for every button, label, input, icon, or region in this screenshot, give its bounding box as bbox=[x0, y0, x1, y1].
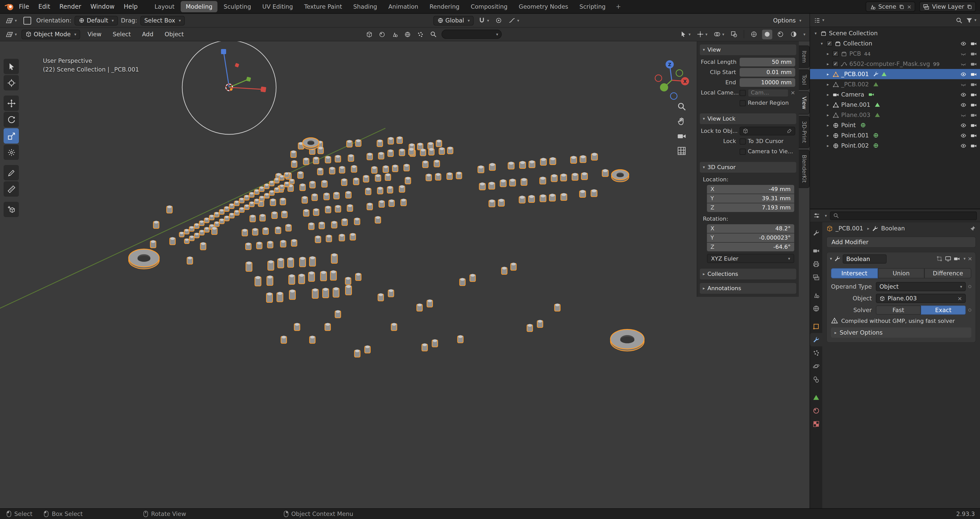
menu-render[interactable]: Render bbox=[55, 1, 86, 12]
render-visibility-icon[interactable] bbox=[970, 132, 977, 139]
lock-to-object-field[interactable] bbox=[740, 127, 795, 136]
render-visibility-icon[interactable] bbox=[970, 61, 977, 67]
outliner-row-point-001[interactable]: ▸ Point.001 bbox=[810, 130, 980, 141]
eye-closed-icon[interactable] bbox=[960, 81, 967, 88]
decorator-dot[interactable] bbox=[968, 285, 971, 288]
viewport-menu-add[interactable]: Add bbox=[138, 29, 158, 40]
clear-local-camera-icon[interactable]: × bbox=[791, 89, 795, 96]
tab-material[interactable] bbox=[810, 404, 822, 417]
filter-icon[interactable] bbox=[966, 17, 973, 24]
outliner-row-pcb-002[interactable]: ▸ _PCB.002 bbox=[810, 79, 980, 89]
rotation-mode-dropdown[interactable]: XYZ Euler▾ bbox=[707, 254, 794, 263]
editor-properties-icon[interactable] bbox=[813, 212, 820, 219]
sidebar-tab-3d-print[interactable]: 3D-Print bbox=[799, 116, 810, 148]
pan-hand-icon[interactable] bbox=[677, 117, 687, 126]
blenderkit-material-icon[interactable] bbox=[377, 29, 387, 39]
sidebar-tab-item[interactable]: Item bbox=[799, 45, 810, 68]
render-visibility-icon[interactable] bbox=[970, 91, 977, 98]
render-visibility-icon[interactable] bbox=[970, 122, 977, 128]
render-visibility-icon[interactable] bbox=[970, 40, 977, 47]
shading-material-button[interactable] bbox=[775, 29, 786, 39]
scale-tool[interactable] bbox=[3, 128, 19, 144]
clip-end-field[interactable]: 10000 mm bbox=[740, 78, 795, 87]
tab-physics[interactable] bbox=[810, 359, 822, 373]
delete-modifier-icon[interactable]: × bbox=[968, 256, 972, 262]
operand-object-field[interactable]: Plane.003× bbox=[876, 294, 966, 303]
outliner-row-plane-001[interactable]: ▸ Plane.001 bbox=[810, 100, 980, 110]
operation-intersect-button[interactable]: Intersect bbox=[831, 268, 878, 278]
expand-icon[interactable]: ▸ bbox=[825, 72, 830, 77]
outliner-row-plane-003[interactable]: ▸ Plane.003 bbox=[810, 110, 980, 120]
expand-icon[interactable]: ▸ bbox=[825, 143, 830, 148]
annotations-section-header[interactable]: ▸Annotations bbox=[700, 283, 796, 294]
eye-icon[interactable] bbox=[960, 122, 967, 128]
breadcrumb-object[interactable]: _PCB.001 bbox=[835, 225, 863, 232]
drag-dropdown[interactable]: Select Box▾ bbox=[140, 16, 185, 25]
tab-world[interactable] bbox=[810, 302, 822, 315]
sidebar-tab-tool[interactable]: Tool bbox=[799, 69, 810, 90]
viewport-menu-object[interactable]: Object bbox=[161, 29, 188, 40]
eye-closed-icon[interactable] bbox=[960, 50, 967, 57]
annotate-tool[interactable] bbox=[3, 165, 19, 180]
outliner-row-scene-collection[interactable]: ▾ Scene Collection bbox=[810, 28, 980, 38]
tab-object[interactable] bbox=[810, 320, 822, 333]
breadcrumb-modifier[interactable]: Boolean bbox=[881, 225, 905, 232]
view-section-header[interactable]: ▾View bbox=[700, 45, 796, 55]
render-visibility-icon[interactable] bbox=[970, 50, 977, 57]
rotate-tool[interactable] bbox=[3, 112, 19, 127]
orientation-dropdown[interactable]: Default▾ bbox=[75, 16, 118, 25]
add-cube-tool[interactable] bbox=[3, 202, 19, 217]
collapse-icon[interactable]: ▾ bbox=[830, 256, 832, 261]
workspace-tab-texture-paint[interactable]: Texture Paint bbox=[299, 1, 347, 12]
eye-icon[interactable] bbox=[960, 40, 967, 47]
outliner-row-point-002[interactable]: ▸ Point.002 bbox=[810, 141, 980, 151]
viewport-menu-select[interactable]: Select bbox=[109, 29, 135, 40]
tab-object-data[interactable] bbox=[810, 391, 822, 404]
properties-search-field[interactable] bbox=[830, 211, 977, 220]
eye-icon[interactable] bbox=[960, 101, 967, 108]
view-lock-section-header[interactable]: ▾View Lock bbox=[700, 113, 796, 124]
solver-options-subpanel[interactable]: ▸Solver Options bbox=[831, 327, 971, 338]
menu-window[interactable]: Window bbox=[86, 1, 119, 12]
modifier-name-field[interactable]: Boolean bbox=[843, 254, 886, 263]
local-camera-field[interactable]: Cam... bbox=[748, 89, 789, 97]
shading-solid-button[interactable] bbox=[762, 29, 772, 39]
expand-icon[interactable]: ▸ bbox=[825, 62, 830, 66]
realtime-display-icon[interactable] bbox=[945, 256, 951, 262]
expand-icon[interactable]: ▸ bbox=[825, 123, 830, 128]
cursor-rotation-z[interactable]: Z-64.6° bbox=[707, 243, 794, 251]
eye-icon[interactable] bbox=[960, 91, 967, 98]
workspace-tab-geometry-nodes[interactable]: Geometry Nodes bbox=[514, 1, 573, 12]
expand-icon[interactable]: ▸ bbox=[825, 102, 830, 107]
focal-length-field[interactable]: 50 mm bbox=[740, 58, 795, 66]
collection-checkbox[interactable]: ✓ bbox=[832, 51, 838, 57]
solver-exact-button[interactable]: Exact bbox=[921, 305, 966, 315]
sidebar-tab-view[interactable]: View bbox=[799, 92, 810, 115]
blenderkit-search-icon[interactable] bbox=[428, 29, 438, 39]
expand-icon[interactable]: ▾ bbox=[819, 41, 824, 46]
blenderkit-scene-icon[interactable] bbox=[390, 29, 400, 39]
workspace-tab-animation[interactable]: Animation bbox=[383, 1, 423, 12]
clear-object-icon[interactable]: × bbox=[958, 295, 962, 302]
blenderkit-model-icon[interactable] bbox=[364, 29, 374, 39]
object-types-visibility-dropdown[interactable]: ▾ bbox=[678, 29, 692, 39]
eye-icon[interactable] bbox=[960, 71, 967, 77]
editor-outliner-icon[interactable] bbox=[814, 17, 821, 24]
mode-dropdown[interactable]: Object Mode▾ bbox=[21, 29, 80, 39]
transform-orientation-dropdown[interactable]: Global▾ bbox=[433, 16, 474, 25]
render-region-checkbox[interactable] bbox=[740, 100, 746, 106]
outliner-row-mask-svg[interactable]: ▸ ✓ 6502-computer-F_Mask.svg 99 bbox=[810, 59, 980, 69]
eye-closed-icon[interactable] bbox=[960, 61, 967, 67]
menu-file[interactable]: File bbox=[14, 1, 34, 12]
shading-dropdown[interactable]: ▾ bbox=[803, 32, 805, 37]
sidebar-tab-blenderkit[interactable]: BlenderKit bbox=[799, 150, 810, 188]
tab-scene[interactable] bbox=[810, 289, 822, 302]
tab-output[interactable] bbox=[810, 257, 822, 271]
render-visibility-icon[interactable] bbox=[970, 81, 977, 88]
collection-checkbox[interactable]: ✓ bbox=[826, 40, 832, 46]
outliner-row-point[interactable]: ▸ Point bbox=[810, 120, 980, 130]
workspace-tab-rendering[interactable]: Rendering bbox=[425, 1, 465, 12]
eye-icon[interactable] bbox=[960, 132, 967, 139]
modifier-extras-icon[interactable]: ▾ bbox=[964, 256, 966, 261]
proportional-edit-toggle[interactable] bbox=[494, 16, 504, 25]
